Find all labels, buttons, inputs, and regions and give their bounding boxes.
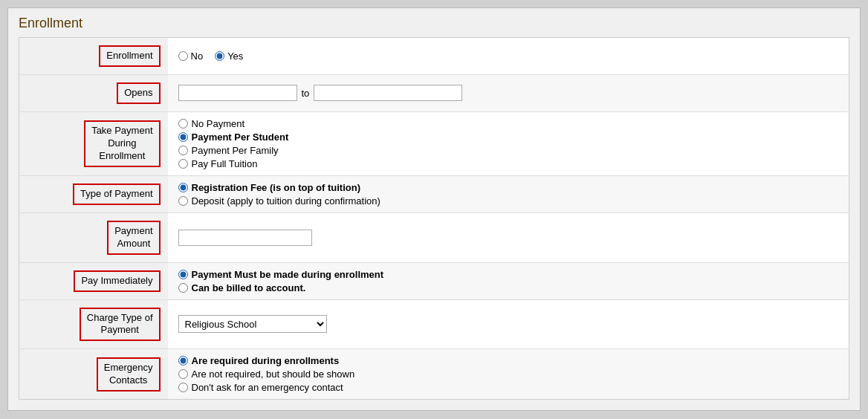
radio-must-pay[interactable] bbox=[178, 270, 188, 279]
radio-yes[interactable] bbox=[215, 51, 224, 61]
select-charge-type[interactable]: Religious School bbox=[178, 315, 327, 333]
form-row-take-payment: Take PaymentDuringEnrollmentNo PaymentPa… bbox=[19, 111, 849, 175]
radio-full-tuition[interactable] bbox=[178, 159, 188, 169]
radio-bill-account[interactable] bbox=[178, 283, 188, 293]
label-emergency-contacts: EmergencyContacts bbox=[97, 357, 161, 392]
form-row-enrollment: EnrollmentNoYes bbox=[19, 38, 849, 75]
label-type-of-payment: Type of Payment bbox=[73, 183, 161, 205]
label-payment-amount: PaymentAmount bbox=[107, 221, 160, 255]
opens-start-date[interactable] bbox=[178, 85, 297, 101]
radio-per-family[interactable] bbox=[178, 146, 188, 155]
radio-label-registration[interactable]: Registration Fee (is on top of tuition) bbox=[178, 182, 839, 193]
radio-label-bill-account[interactable]: Can be billed to account. bbox=[178, 282, 839, 293]
radio-label-no-payment[interactable]: No Payment bbox=[178, 118, 839, 129]
radio-label-must-pay[interactable]: Payment Must be made during enrollment bbox=[178, 269, 839, 280]
radio-dont-ask[interactable] bbox=[178, 383, 188, 392]
page-title: Enrollment bbox=[19, 16, 849, 31]
radio-deposit[interactable] bbox=[178, 196, 188, 206]
form-row-payment-amount: PaymentAmount bbox=[19, 212, 849, 262]
radio-label-per-family[interactable]: Payment Per Family bbox=[178, 145, 839, 156]
opens-end-date[interactable] bbox=[314, 85, 462, 101]
radio-label-per-student[interactable]: Payment Per Student bbox=[178, 131, 839, 143]
form-table: EnrollmentNoYesOpenstoTake PaymentDuring… bbox=[19, 37, 849, 400]
radio-label-required[interactable]: Are required during enrollments bbox=[178, 355, 839, 366]
radio-no-payment[interactable] bbox=[178, 119, 188, 129]
page-container: Enrollment EnrollmentNoYesOpenstoTake Pa… bbox=[7, 7, 861, 411]
radio-label-not-required-shown[interactable]: Are not required, but should be shown bbox=[178, 368, 839, 380]
input-payment-amount[interactable] bbox=[178, 230, 312, 246]
form-row-type-of-payment: Type of PaymentRegistration Fee (is on t… bbox=[19, 175, 849, 212]
radio-not-required-shown[interactable] bbox=[178, 369, 188, 379]
radio-label-yes[interactable]: Yes bbox=[215, 51, 243, 62]
form-row-charge-type: Charge Type ofPaymentReligious School bbox=[19, 299, 849, 349]
radio-label-deposit[interactable]: Deposit (apply to tuition during confirm… bbox=[178, 195, 839, 207]
label-opens: Opens bbox=[117, 82, 160, 104]
radio-registration[interactable] bbox=[178, 183, 188, 192]
radio-per-student[interactable] bbox=[178, 132, 188, 142]
form-row-emergency-contacts: EmergencyContactsAre required during enr… bbox=[19, 349, 849, 400]
label-charge-type: Charge Type ofPayment bbox=[80, 308, 161, 342]
form-row-pay-immediately: Pay ImmediatelyPayment Must be made duri… bbox=[19, 262, 849, 299]
form-row-opens: Opensto bbox=[19, 74, 849, 111]
radio-label-no[interactable]: No bbox=[178, 51, 204, 62]
radio-no[interactable] bbox=[178, 51, 188, 61]
label-take-payment: Take PaymentDuringEnrollment bbox=[84, 120, 160, 167]
label-pay-immediately: Pay Immediately bbox=[74, 270, 160, 292]
radio-required[interactable] bbox=[178, 356, 188, 366]
radio-label-dont-ask[interactable]: Don't ask for an emergency contact bbox=[178, 382, 839, 393]
radio-label-full-tuition[interactable]: Pay Full Tuition bbox=[178, 158, 839, 169]
label-enrollment: Enrollment bbox=[99, 45, 160, 67]
